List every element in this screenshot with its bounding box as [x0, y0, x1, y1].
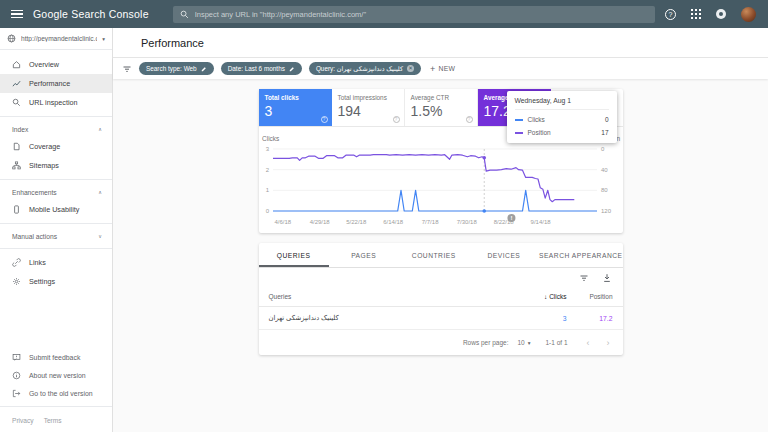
svg-text:Clicks: Clicks: [262, 135, 280, 142]
table-filter-icon[interactable]: [579, 273, 589, 283]
tooltip-date: Wednesday, Aug 1: [515, 97, 609, 110]
performance-chart-icon: [12, 79, 21, 88]
property-url: http://peymandentalclinic.co...: [21, 35, 97, 42]
chip-query-filter[interactable]: Query: کلینیک دندانپزشکی تهران ✕: [309, 62, 421, 75]
table-row[interactable]: کلینیک دندانپزشکی تهران 3 17.2: [259, 307, 623, 330]
svg-text:6/14/18: 6/14/18: [383, 219, 404, 225]
help-icon[interactable]: ?: [321, 116, 328, 123]
tab-devices[interactable]: DEVICES: [469, 243, 539, 267]
sidebar: http://peymandentalclinic.co... ▾ Overvi…: [0, 28, 113, 432]
terms-link[interactable]: Terms: [44, 417, 62, 424]
dimensions-table-card: QUERIES PAGES COUNTRIES DEVICES SEARCH A…: [259, 243, 623, 355]
page-header: Performance: [113, 28, 768, 58]
sidebar-item-submit-feedback[interactable]: Submit feedback: [0, 348, 112, 366]
svg-text:4/6/18: 4/6/18: [274, 219, 291, 225]
feedback-icon: [12, 353, 21, 362]
svg-text:5/22/18: 5/22/18: [346, 219, 367, 225]
sidebar-item-go-old-version[interactable]: Go to the old version: [0, 384, 112, 402]
section-manual-actions[interactable]: Manual actions ∨: [0, 228, 112, 244]
svg-text:9/14/18: 9/14/18: [530, 219, 551, 225]
apps-grid-icon[interactable]: [691, 9, 701, 19]
menu-icon[interactable]: [11, 8, 23, 21]
sidebar-item-url-inspection[interactable]: URL inspection: [0, 93, 112, 112]
dimension-tabs: QUERIES PAGES COUNTRIES DEVICES SEARCH A…: [259, 243, 623, 268]
filter-funnel-icon[interactable]: [122, 64, 132, 74]
divider: [0, 179, 112, 180]
pagination: Rows per page: 10 ▾ 1-1 of 1 ‹ ›: [259, 330, 623, 355]
plus-icon: +: [430, 64, 436, 74]
filter-bar: Search type: Web Date: Last 6 months Que…: [113, 58, 768, 79]
content-area: Total clicks 3 ? Total impressions 194 ?…: [113, 79, 768, 432]
url-inspect-input[interactable]: [195, 10, 648, 19]
divider: [0, 116, 112, 117]
chevron-down-icon: ▾: [102, 36, 105, 42]
new-filter-button[interactable]: + NEW: [430, 64, 455, 74]
document-icon: [12, 142, 21, 151]
search-icon: [180, 10, 189, 19]
top-app-bar: Google Search Console ?: [0, 0, 768, 28]
svg-text:40: 40: [601, 167, 608, 173]
download-icon[interactable]: [602, 273, 612, 283]
help-icon[interactable]: ?: [665, 9, 676, 20]
property-selector[interactable]: http://peymandentalclinic.co... ▾: [0, 28, 112, 50]
edit-pencil-icon: [201, 66, 207, 72]
mobile-icon: [12, 205, 21, 214]
svg-text:4/29/18: 4/29/18: [309, 219, 330, 225]
svg-text:7/30/18: 7/30/18: [456, 219, 477, 225]
url-inspect-searchbox[interactable]: [173, 6, 655, 23]
section-enhancements[interactable]: Enhancements ∧: [0, 184, 112, 200]
svg-text:0: 0: [601, 146, 605, 152]
chip-date-range[interactable]: Date: Last 6 months: [221, 62, 302, 75]
links-icon: [12, 258, 21, 267]
svg-text:2: 2: [265, 167, 269, 173]
pagination-range: 1-1 of 1: [545, 339, 567, 346]
chevron-up-icon: ∧: [98, 126, 102, 132]
sidebar-item-coverage[interactable]: Coverage: [0, 137, 112, 156]
metric-total-clicks[interactable]: Total clicks 3 ?: [259, 89, 332, 126]
metric-total-impressions[interactable]: Total impressions 194 ?: [332, 89, 405, 126]
gear-icon: [12, 277, 21, 286]
rows-per-page-select[interactable]: 10 ▾: [517, 339, 530, 346]
sidebar-item-links[interactable]: Links: [0, 253, 112, 272]
divider: [0, 223, 112, 224]
tab-pages[interactable]: PAGES: [329, 243, 399, 267]
svg-text:1: 1: [265, 187, 269, 193]
info-icon: [12, 371, 21, 380]
divider: [0, 406, 112, 407]
edit-pencil-icon: [289, 66, 295, 72]
tab-countries[interactable]: COUNTRIES: [399, 243, 469, 267]
tab-queries[interactable]: QUERIES: [259, 243, 329, 267]
divider: [0, 248, 112, 249]
col-position[interactable]: Position: [567, 293, 613, 300]
help-icon[interactable]: ?: [466, 116, 473, 123]
position-cell: 17.2: [567, 315, 613, 322]
close-icon[interactable]: ✕: [407, 65, 414, 72]
sidebar-item-about-new-version[interactable]: About new version: [0, 366, 112, 384]
globe-icon: [7, 34, 16, 43]
privacy-link[interactable]: Privacy: [12, 417, 34, 424]
sidebar-item-overview[interactable]: Overview: [0, 55, 112, 74]
avatar[interactable]: [741, 7, 756, 22]
next-page-icon[interactable]: ›: [603, 338, 614, 348]
help-icon[interactable]: ?: [393, 116, 400, 123]
svg-text:80: 80: [601, 187, 608, 193]
sidebar-item-mobile-usability[interactable]: Mobile Usability: [0, 200, 112, 219]
notifications-icon[interactable]: [716, 9, 726, 19]
sidebar-item-sitemaps[interactable]: Sitemaps: [0, 156, 112, 175]
chevron-down-icon: ∨: [98, 233, 102, 239]
metric-average-ctr[interactable]: Average CTR 1.5% ?: [405, 89, 478, 126]
tab-search-appearance[interactable]: SEARCH APPEARANCE: [539, 243, 623, 267]
position-series-dash: [515, 132, 523, 134]
section-index[interactable]: Index ∧: [0, 121, 112, 137]
page-title: Performance: [141, 37, 204, 49]
chip-search-type[interactable]: Search type: Web: [139, 62, 214, 75]
svg-text:120: 120: [601, 208, 612, 214]
col-clicks-sort[interactable]: ↓ Clicks: [501, 293, 567, 300]
sidebar-item-performance[interactable]: Performance: [0, 74, 112, 93]
sidebar-item-settings[interactable]: Settings: [0, 272, 112, 291]
svg-text:7/7/18: 7/7/18: [421, 219, 438, 225]
chart-tooltip: Wednesday, Aug 1 Clicks 0 Position 17: [507, 91, 617, 143]
performance-chart-card: Total clicks 3 ? Total impressions 194 ?…: [259, 89, 623, 233]
chevron-down-icon: ▾: [528, 340, 531, 346]
prev-page-icon[interactable]: ‹: [583, 338, 594, 348]
